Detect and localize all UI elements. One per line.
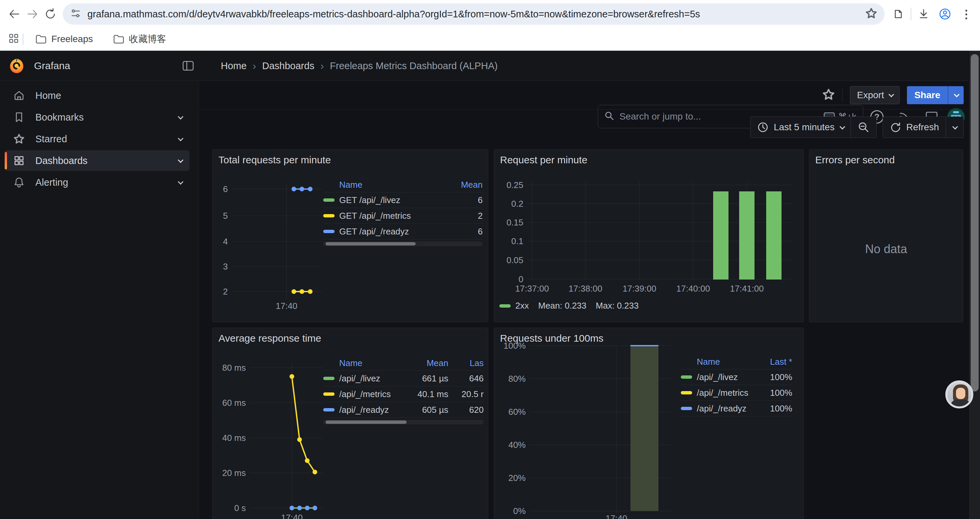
browser-toolbar: grafana.mathmast.com/d/deytv4rwavabkb/fr… xyxy=(0,0,980,28)
series-color-pill xyxy=(323,393,334,396)
legend-table: Name Last * /api/_/livez 100% /api/_/met… xyxy=(681,355,792,417)
legend-row[interactable]: /api/_/livez 100% xyxy=(681,369,792,385)
share-button-group: Share xyxy=(907,86,964,104)
assistant-avatar[interactable] xyxy=(945,380,973,409)
url-text[interactable]: grafana.mathmast.com/d/deytv4rwavabkb/fr… xyxy=(88,9,861,20)
legend-header[interactable]: Name Mean Las xyxy=(323,356,484,371)
grafana-header: Grafana Home › Dashboards › Freeleaps Me… xyxy=(0,51,969,81)
series-color-pill xyxy=(323,408,334,412)
legend-table: Name Mean GET /api/_/livez 6 GET /api/_/… xyxy=(323,178,483,246)
sidebar-item-starred[interactable]: Starred xyxy=(5,129,189,149)
forward-icon[interactable] xyxy=(23,5,41,23)
page-scrollbar[interactable] xyxy=(969,51,980,519)
bookmark-icon xyxy=(13,112,25,123)
bell-icon xyxy=(13,177,25,188)
legend-row[interactable]: /api/_/readyz 100% xyxy=(681,401,792,417)
chart-plot[interactable]: 0.250.20.150.10.05017:37:0017:38:0017:39… xyxy=(494,150,803,322)
sidebar-item-bookmarks[interactable]: Bookmarks xyxy=(5,107,189,128)
panel-title[interactable]: Errors per second xyxy=(815,154,895,166)
chevron-down-icon[interactable] xyxy=(178,136,183,141)
breadcrumb-sep-icon: › xyxy=(320,60,324,72)
scrollbar-thumb[interactable] xyxy=(970,54,978,391)
legend-row[interactable]: /api/_/metrics 40.1 ms 20.5 r xyxy=(323,386,484,402)
legend-scrollbar[interactable] xyxy=(323,241,483,246)
panel-errors-per-second: Errors per second No data xyxy=(809,149,963,322)
chevron-down-icon xyxy=(840,124,845,129)
series-color-pill xyxy=(323,230,334,233)
chevron-down-icon[interactable] xyxy=(178,157,183,163)
star-icon xyxy=(13,133,25,145)
series-color-pill xyxy=(323,214,334,217)
breadcrumb-sep-icon: › xyxy=(253,60,256,72)
bookmarks-bar: Freeleaps 收藏博客 xyxy=(0,28,980,51)
legend-row[interactable]: /api/_/livez 661 µs 646 xyxy=(323,371,484,386)
legend-header[interactable]: Name Mean xyxy=(323,178,483,192)
chevron-down-icon[interactable] xyxy=(178,179,183,185)
profile-icon[interactable] xyxy=(936,5,954,23)
legend-row[interactable]: GET /api/_/readyz 6 xyxy=(323,224,483,240)
refresh-button[interactable]: Refresh xyxy=(883,117,946,137)
grafana-logo[interactable] xyxy=(10,58,24,73)
screen: grafana.mathmast.com/d/deytv4rwavabkb/fr… xyxy=(0,0,980,519)
chevron-down-icon[interactable] xyxy=(178,114,183,120)
legend-row[interactable]: GET /api/_/livez 6 xyxy=(323,192,483,208)
home-icon xyxy=(13,90,25,101)
breadcrumb-current: Freeleaps Metrics Dashboard (ALPHA) xyxy=(330,61,498,72)
refresh-icon xyxy=(889,121,901,133)
dashboards-grid-icon xyxy=(13,155,25,166)
sidebar-item-alerting[interactable]: Alerting xyxy=(5,172,189,193)
dashboard-toolbar: Export Share xyxy=(199,81,969,110)
folder-icon xyxy=(114,35,123,43)
breadcrumb-home[interactable]: Home xyxy=(221,61,247,72)
panel-total-requests: Total requests per minute 6543217:40 Nam… xyxy=(212,149,488,322)
share-button[interactable]: Share xyxy=(907,86,948,104)
panel-request-per-minute: Request per minute 0.250.20.150.10.05017… xyxy=(494,149,804,322)
browser-menu-icon[interactable]: ⋮ xyxy=(957,5,975,23)
legend-table: Name Mean Las /api/_/livez 661 µs 646 /a… xyxy=(323,356,484,425)
tune-icon[interactable] xyxy=(70,8,81,21)
sidebar-item-dashboards[interactable]: Dashboards xyxy=(5,150,189,171)
refresh-interval-button[interactable] xyxy=(946,117,963,137)
legend-row[interactable]: GET /api/_/metrics 2 xyxy=(323,208,483,224)
zoom-out-button[interactable] xyxy=(851,117,876,137)
bookmark-folder-freeleaps[interactable]: Freeleaps xyxy=(29,31,99,47)
legend-row[interactable]: /api/_/readyz 605 µs 620 xyxy=(323,402,484,418)
brand-name: Grafana xyxy=(34,51,70,81)
dock-menu-icon[interactable] xyxy=(181,59,195,72)
legend-inline[interactable]: 2xx Mean: 0.233 Max: 0.233 xyxy=(500,300,648,311)
bookmark-folder-blogs[interactable]: 收藏博客 xyxy=(107,30,172,48)
apps-grid-icon[interactable] xyxy=(8,33,19,45)
avatar-face xyxy=(956,388,965,399)
bookmarks-divider xyxy=(23,34,23,45)
panel-requests-under-100ms: Requests under 100ms 100%80%60%40%20%0%1… xyxy=(494,327,804,519)
sidebar-item-home[interactable]: Home xyxy=(5,85,189,106)
series-color-pill xyxy=(681,391,692,394)
url-bar[interactable]: grafana.mathmast.com/d/deytv4rwavabkb/fr… xyxy=(63,3,885,25)
extension-icon[interactable] xyxy=(889,5,907,23)
clock-icon xyxy=(757,121,768,133)
folder-icon xyxy=(37,35,46,43)
reload-icon[interactable] xyxy=(41,5,59,23)
legend-header[interactable]: Name Last * xyxy=(681,355,792,369)
panel-title[interactable]: Average response time xyxy=(218,333,321,344)
export-button[interactable]: Export xyxy=(850,86,900,104)
breadcrumb-dashboards[interactable]: Dashboards xyxy=(262,61,314,72)
panel-title[interactable]: Requests under 100ms xyxy=(500,333,603,344)
browser-actions: ⋮ xyxy=(889,5,980,23)
toolbar-divider xyxy=(911,8,911,21)
toolbar-divider xyxy=(842,88,843,102)
back-icon[interactable] xyxy=(5,5,23,23)
panel-title[interactable]: Request per minute xyxy=(500,154,587,166)
series-color-pill xyxy=(500,304,511,308)
download-icon[interactable] xyxy=(915,5,932,23)
panel-title[interactable]: Total requests per minute xyxy=(218,154,331,166)
share-menu-button[interactable] xyxy=(948,86,964,104)
series-color-pill xyxy=(681,375,692,379)
bookmark-star-icon[interactable] xyxy=(865,7,877,21)
refresh-group: Refresh xyxy=(883,117,964,138)
series-color-pill xyxy=(323,198,334,202)
legend-scrollbar[interactable] xyxy=(323,420,484,425)
favorite-star-icon[interactable] xyxy=(822,88,835,102)
legend-row[interactable]: /api/_/metrics 100% xyxy=(681,385,792,401)
time-range-picker[interactable]: Last 5 minutes xyxy=(751,117,851,137)
